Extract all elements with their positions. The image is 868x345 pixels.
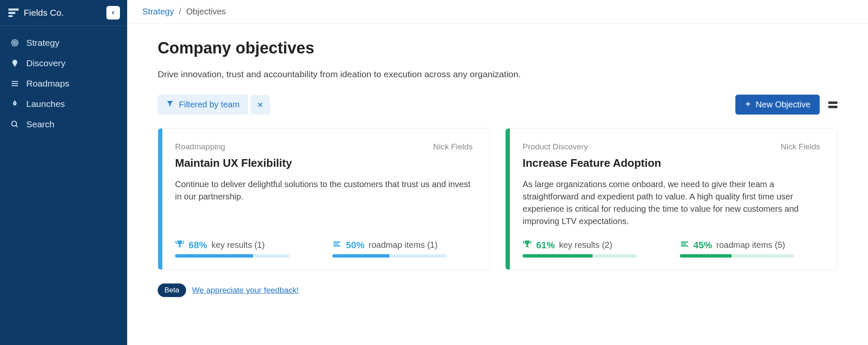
sidebar-item-launches[interactable]: Launches: [0, 94, 127, 114]
card-description: Continue to deliver delightful solutions…: [175, 178, 473, 203]
key-results-stat: 68% key results (1): [175, 239, 315, 258]
breadcrumb: Strategy / Objectives: [127, 0, 868, 24]
card-title: Maintain UX Flexibility: [175, 157, 473, 170]
breadcrumb-sep: /: [179, 7, 181, 16]
key-results-progress: [175, 254, 289, 258]
key-results-pct: 68%: [189, 240, 207, 251]
svg-rect-2: [8, 15, 13, 17]
roadmap-label: roadmap items (1): [369, 240, 437, 250]
new-objective-label: New Objective: [756, 100, 810, 109]
sidebar: Fields Co. Strategy: [0, 0, 127, 345]
target-icon: [10, 38, 19, 48]
roadmap-icon: [332, 239, 342, 251]
sidebar-header: Fields Co.: [0, 0, 127, 26]
feedback-row: Beta We appreciate your feedback!: [158, 283, 837, 297]
objective-card[interactable]: Product Discovery Nick Fields Increase F…: [505, 128, 837, 270]
card-category: Product Discovery: [523, 142, 588, 151]
svg-line-12: [16, 126, 18, 127]
sidebar-item-search[interactable]: Search: [0, 114, 127, 135]
sidebar-collapse-button[interactable]: [106, 6, 120, 20]
svg-point-11: [12, 121, 17, 126]
rocket-icon: [10, 99, 19, 109]
key-results-stat: 61% key results (2): [523, 239, 663, 258]
card-category: Roadmapping: [175, 142, 225, 151]
svg-rect-6: [14, 66, 15, 67]
sidebar-item-discovery[interactable]: Discovery: [0, 53, 127, 73]
key-results-pct: 61%: [536, 240, 555, 251]
page-description: Drive innovation, trust and accountabili…: [158, 69, 837, 79]
card-owner: Nick Fields: [781, 142, 820, 151]
svg-rect-1: [8, 12, 15, 14]
roadmap-progress: [680, 254, 794, 258]
sidebar-item-label: Roadmaps: [26, 79, 70, 89]
filter-chip[interactable]: Filtered by team: [158, 95, 248, 115]
sidebar-item-label: Discovery: [26, 58, 65, 68]
roadmap-pct: 45%: [693, 240, 712, 251]
lightbulb-icon: [10, 59, 19, 68]
sidebar-item-strategy[interactable]: Strategy: [0, 33, 127, 53]
search-icon: [10, 120, 19, 129]
brand-name: Fields Co.: [24, 8, 64, 18]
key-results-label: key results (2): [559, 240, 612, 250]
svg-rect-22: [526, 244, 528, 247]
filter-icon: [166, 100, 174, 109]
beta-badge: Beta: [158, 283, 186, 297]
card-title: Increase Feature Adoption: [523, 157, 820, 170]
trophy-icon: [523, 239, 532, 251]
objective-cards: Roadmapping Nick Fields Maintain UX Flex…: [158, 128, 837, 270]
roadmap-pct: 50%: [346, 240, 364, 251]
roadmap-items-stat: 50% roadmap items (1): [332, 239, 473, 258]
view-toggle-button[interactable]: [828, 101, 837, 108]
new-objective-button[interactable]: New Objective: [735, 95, 820, 115]
roadmap-items-stat: 45% roadmap items (5): [680, 239, 820, 258]
card-owner: Nick Fields: [433, 142, 473, 151]
filter-clear-button[interactable]: [250, 95, 270, 115]
sidebar-nav: Strategy Discovery Roadmaps: [0, 26, 127, 141]
filter-label: Filtered by team: [179, 100, 239, 109]
roadmap-icon: [680, 239, 689, 251]
objective-card[interactable]: Roadmapping Nick Fields Maintain UX Flex…: [158, 128, 490, 270]
list-icon: [10, 79, 19, 88]
breadcrumb-parent[interactable]: Strategy: [142, 7, 174, 16]
sidebar-item-label: Launches: [26, 99, 65, 109]
breadcrumb-current: Objectives: [186, 7, 225, 16]
brand[interactable]: Fields Co.: [8, 8, 64, 18]
svg-rect-0: [8, 8, 19, 11]
key-results-label: key results (1): [211, 240, 265, 250]
svg-rect-17: [179, 244, 181, 247]
brand-icon: [8, 8, 19, 17]
roadmap-label: roadmap items (5): [716, 240, 785, 250]
feedback-link[interactable]: We appreciate your feedback!: [192, 286, 299, 295]
sidebar-item-label: Strategy: [26, 38, 59, 48]
card-description: As large organizations come onboard, we …: [523, 178, 820, 227]
svg-rect-18: [178, 247, 181, 247]
content: Company objectives Drive innovation, tru…: [127, 24, 868, 307]
sidebar-item-roadmaps[interactable]: Roadmaps: [0, 73, 127, 94]
page-title: Company objectives: [158, 39, 837, 57]
toolbar: Filtered by team: [158, 95, 837, 115]
roadmap-progress: [332, 254, 447, 258]
plus-icon: [745, 100, 751, 109]
svg-rect-23: [526, 247, 529, 247]
svg-point-10: [14, 102, 16, 104]
trophy-icon: [175, 239, 184, 251]
key-results-progress: [523, 254, 637, 258]
main: Strategy / Objectives Company objectives…: [127, 0, 868, 345]
svg-point-5: [14, 42, 16, 44]
sidebar-item-label: Search: [26, 119, 55, 129]
